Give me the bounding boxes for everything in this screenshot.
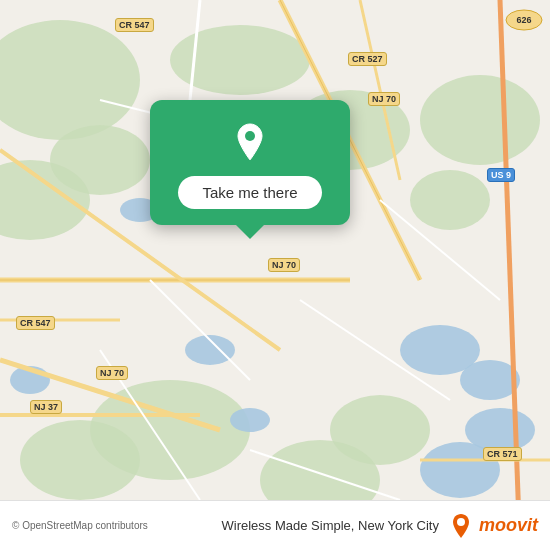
svg-point-0 — [0, 20, 140, 140]
svg-point-8 — [20, 420, 140, 500]
take-me-there-button[interactable]: Take me there — [178, 176, 321, 209]
svg-point-40 — [245, 131, 255, 141]
moovit-text: moovit — [479, 515, 538, 536]
osm-attribution: © OpenStreetMap contributors — [12, 520, 148, 531]
svg-point-3 — [420, 75, 540, 165]
road-label-nj37: NJ 37 — [30, 400, 62, 414]
road-label-cr547-bot: CR 547 — [16, 316, 55, 330]
road-label-nj70-mid: NJ 70 — [268, 258, 300, 272]
svg-point-4 — [410, 170, 490, 230]
map-container: 626 CR 547 CR 527 NJ 70 US 9 NJ 70 CR 54… — [0, 0, 550, 550]
moovit-logo: moovit — [447, 512, 538, 540]
road-label-cr571: CR 571 — [483, 447, 522, 461]
moovit-pin-icon — [447, 512, 475, 540]
popup-card: Take me there — [150, 100, 350, 225]
road-label-nj70-bot: NJ 70 — [96, 366, 128, 380]
attribution-text: © OpenStreetMap contributors — [12, 520, 148, 531]
road-label-cr527: CR 527 — [348, 52, 387, 66]
road-label-us9: US 9 — [487, 168, 515, 182]
bottom-bar: © OpenStreetMap contributors Wireless Ma… — [0, 500, 550, 550]
location-label: Wireless Made Simple, New York City — [222, 518, 439, 533]
branding-area: Wireless Made Simple, New York City moov… — [222, 512, 538, 540]
location-pin-icon — [228, 120, 272, 164]
svg-point-18 — [230, 408, 270, 432]
svg-text:626: 626 — [516, 15, 531, 25]
map-svg: 626 — [0, 0, 550, 550]
road-label-nj70-top: NJ 70 — [368, 92, 400, 106]
svg-point-41 — [457, 518, 465, 526]
svg-point-2 — [50, 125, 150, 195]
road-label-cr547-top: CR 547 — [115, 18, 154, 32]
